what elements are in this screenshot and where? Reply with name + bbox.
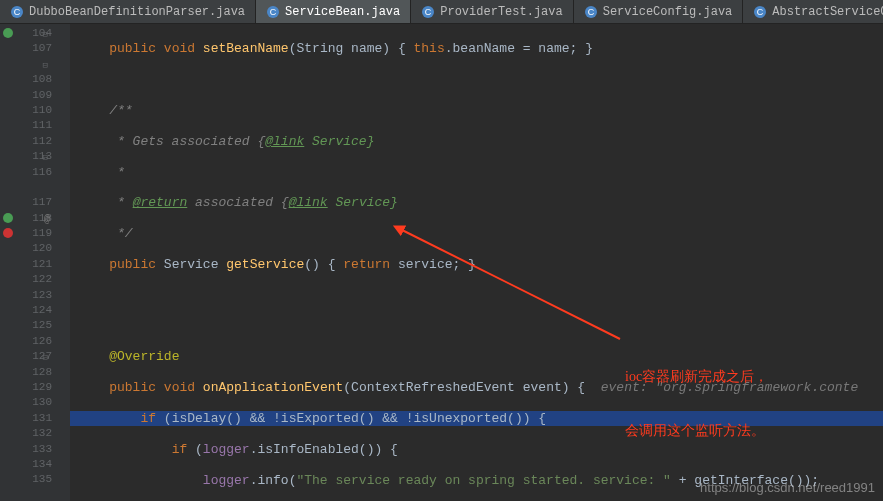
svg-text:C: C (14, 7, 21, 17)
line-number: 122 (0, 272, 52, 287)
line-number: 133 (0, 442, 52, 457)
editor-tabs: C DubboBeanDefinitionParser.java C Servi… (0, 0, 883, 24)
tab-serviceconfig[interactable]: C ServiceConfig.java (574, 0, 744, 23)
tab-dubbo[interactable]: C DubboBeanDefinitionParser.java (0, 0, 256, 23)
override-icon (3, 28, 13, 38)
code-line: */ (70, 226, 883, 241)
code-line: * @return associated {@link Service} (70, 195, 883, 210)
annotation-text: ioc容器刷新完成之后， 会调用这个监听方法。 (625, 332, 768, 476)
line-number: 135 (0, 472, 52, 487)
breakpoint-icon[interactable] (3, 228, 13, 238)
code-line: /** (70, 103, 883, 118)
line-number: ⊟113 (0, 149, 52, 164)
svg-text:C: C (425, 7, 432, 17)
editor-area: ⊟104 107 ⊟ 108 109 110 111 112 ⊟113 116 … (0, 24, 883, 501)
line-number: 112 (0, 134, 52, 149)
annotation-line: 会调用这个监听方法。 (625, 422, 768, 440)
line-number: 123 (0, 288, 52, 303)
tab-providertest[interactable]: C ProviderTest.java (411, 0, 573, 23)
line-number: 126 (0, 334, 52, 349)
tab-label: ServiceConfig.java (603, 5, 733, 19)
line-number: 124 (0, 303, 52, 318)
line-number: 120 (0, 241, 52, 256)
line-number: 130 (0, 395, 52, 410)
at-icon: @ (44, 212, 50, 227)
line-number: 119 (0, 226, 52, 241)
code-line (70, 72, 883, 87)
tab-servicebean[interactable]: C ServiceBean.java (256, 0, 411, 23)
annotation-line: ioc容器刷新完成之后， (625, 368, 768, 386)
line-number: ⊟ (0, 57, 52, 72)
code-line: * (70, 165, 883, 180)
class-icon: C (584, 5, 598, 19)
code-line: * Gets associated {@link Service} (70, 134, 883, 149)
tab-label: ProviderTest.java (440, 5, 562, 19)
code-line: public Service getService() { return ser… (70, 257, 883, 272)
line-number: 121 (0, 257, 52, 272)
tab-label: AbstractServiceConfig. (772, 5, 883, 19)
class-icon: C (753, 5, 767, 19)
watermark: https://blog.csdn.net/reed1991 (700, 480, 875, 495)
line-number: @118 (0, 211, 52, 226)
line-number: 116 (0, 165, 52, 180)
line-number: 134 (0, 457, 52, 472)
line-number: 117 (0, 195, 52, 210)
gutter: ⊟104 107 ⊟ 108 109 110 111 112 ⊟113 116 … (0, 24, 70, 501)
line-number: 107 (0, 41, 52, 56)
svg-text:C: C (587, 7, 594, 17)
line-number: 108 (0, 72, 52, 87)
line-number: 125 (0, 318, 52, 333)
svg-text:C: C (757, 7, 764, 17)
line-number: 128 (0, 365, 52, 380)
line-number (0, 180, 52, 195)
line-number: ⊟104 (0, 26, 52, 41)
line-number: 110 (0, 103, 52, 118)
code-area[interactable]: public void setBeanName(String name) { t… (70, 24, 883, 501)
line-number: 131 (0, 411, 52, 426)
svg-text:C: C (270, 7, 277, 17)
line-number: ⊟127 (0, 349, 52, 364)
code-line: public void setBeanName(String name) { t… (70, 41, 883, 56)
tab-abstractserviceconfig[interactable]: C AbstractServiceConfig. (743, 0, 883, 23)
tab-label: DubboBeanDefinitionParser.java (29, 5, 245, 19)
code-line (70, 288, 883, 303)
line-number: 132 (0, 426, 52, 441)
override-icon (3, 213, 13, 223)
class-icon: C (266, 5, 280, 19)
line-number: 109 (0, 88, 52, 103)
line-number: 129 (0, 380, 52, 395)
line-number: 111 (0, 118, 52, 133)
tab-label: ServiceBean.java (285, 5, 400, 19)
class-icon: C (10, 5, 24, 19)
class-icon: C (421, 5, 435, 19)
